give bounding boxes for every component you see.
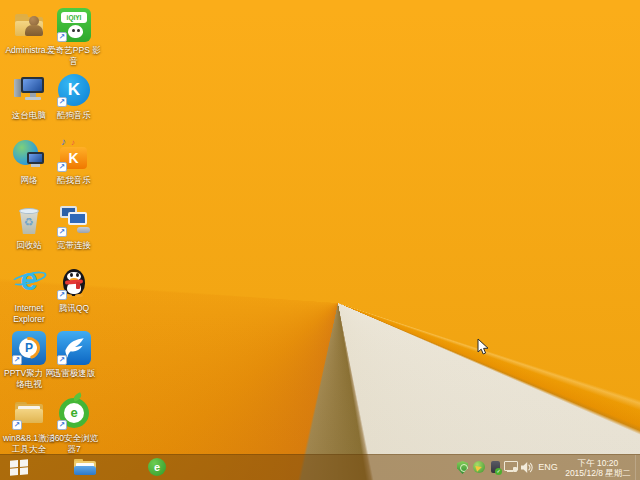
icon-label: 酷狗音乐	[47, 110, 101, 121]
shortcut-arrow-icon: ↗	[12, 355, 22, 365]
rabbit-face-icon	[68, 25, 83, 38]
360-safeguard-shield-icon[interactable]	[457, 461, 468, 474]
recycle-bin-icon: ♻	[12, 203, 46, 237]
mouse-cursor	[477, 338, 490, 357]
thunder-bird-icon: ↗	[57, 331, 91, 365]
desktop-icon-360-browser[interactable]: e ↗ 360安全浏览器7	[47, 396, 101, 454]
shortcut-arrow-icon: ↗	[12, 420, 22, 430]
taskbar-clock[interactable]: 下午 10:20 2015/12/8 星期二	[560, 458, 636, 478]
icon-label: 酷我音乐	[47, 175, 101, 186]
shortcut-arrow-icon: ↗	[57, 355, 67, 365]
music-note-icon: ♪	[61, 136, 66, 147]
start-button[interactable]	[0, 455, 36, 480]
safely-remove-hardware-icon[interactable]: ✓	[491, 461, 500, 473]
360-antivirus-icon[interactable]	[473, 461, 485, 473]
shortcut-arrow-icon: ↗	[57, 32, 67, 42]
shortcut-arrow-icon: ↗	[57, 420, 67, 430]
desktop: Administra... iQIYI ↗ 爱奇艺PPS 影音 这台电脑 K ↗…	[0, 0, 640, 480]
icon-label: 腾讯QQ	[47, 303, 101, 314]
taskbar-file-explorer-button[interactable]	[36, 455, 70, 480]
360-browser-icon: e	[148, 458, 166, 476]
clock-date: 2015/12/8 星期二	[560, 468, 636, 478]
shortcut-arrow-icon: ↗	[57, 227, 67, 237]
folder-icon: ↗	[12, 396, 46, 430]
desktop-icon-broadband[interactable]: ↗ 宽带连接	[47, 203, 101, 251]
pptv-icon: P ↗	[12, 331, 46, 365]
icon-label: 迅雷极速版	[47, 368, 101, 379]
desktop-icon-kuwo[interactable]: ♪ ♪ K ↗ 酷我音乐	[47, 138, 101, 186]
desktop-icon-qq[interactable]: ↗ 腾讯QQ	[47, 266, 101, 314]
this-pc-icon	[12, 73, 46, 107]
volume-icon[interactable]	[520, 461, 533, 474]
shortcut-arrow-icon: ↗	[57, 162, 67, 172]
shortcut-arrow-icon: ↗	[57, 290, 67, 300]
taskbar-360-browser-button[interactable]: e	[70, 455, 104, 480]
shortcut-arrow-icon: ↗	[57, 97, 67, 107]
windows-logo-icon	[10, 459, 28, 476]
clock-time: 下午 10:20	[560, 458, 636, 468]
taskbar: e ✓ ENG 下午 10:20 2015/12/8 星期二	[0, 454, 640, 480]
show-desktop-button[interactable]	[635, 455, 640, 480]
icon-label: 宽带连接	[47, 240, 101, 251]
kuwo-icon: ♪ ♪ K ↗	[57, 138, 91, 172]
desktop-icon-thunder[interactable]: ↗ 迅雷极速版	[47, 331, 101, 379]
desktop-icon-kugou[interactable]: K ↗ 酷狗音乐	[47, 73, 101, 121]
kugou-icon: K ↗	[57, 73, 91, 107]
desktop-icon-iqiyi[interactable]: iQIYI ↗ 爱奇艺PPS 影音	[47, 8, 101, 66]
icon-label: 360安全浏览器7	[47, 433, 101, 454]
360-browser-icon: e ↗	[57, 396, 91, 430]
language-indicator[interactable]: ENG	[534, 455, 562, 480]
network-globe-icon	[12, 138, 46, 172]
qq-penguin-icon: ↗	[57, 266, 91, 300]
broadband-connection-icon: ↗	[57, 203, 91, 237]
administrator-folder-icon	[12, 8, 46, 42]
icon-label: 爱奇艺PPS 影音	[47, 45, 101, 66]
iqiyi-icon: iQIYI ↗	[57, 8, 91, 42]
network-status-icon[interactable]	[504, 461, 517, 473]
music-note-icon: ♪	[71, 138, 75, 147]
internet-explorer-icon: e	[12, 266, 46, 300]
